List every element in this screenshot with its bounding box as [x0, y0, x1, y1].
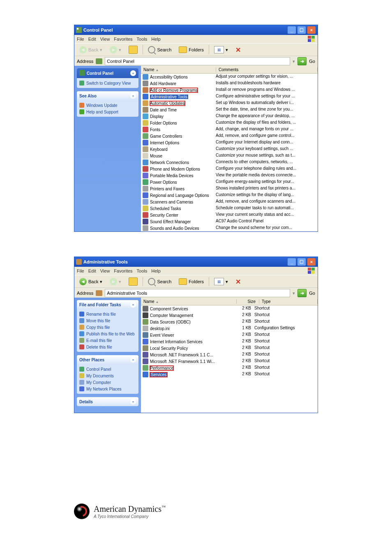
- list-item[interactable]: Add HardwareInstalls and troubleshoots h…: [141, 80, 318, 87]
- list-item[interactable]: Administrative ToolsConfigure administra…: [141, 93, 318, 100]
- list-item[interactable]: Regional and Language OptionsCustomize s…: [141, 192, 318, 199]
- col-name[interactable]: Name ▲: [141, 299, 237, 304]
- menu-file[interactable]: File: [77, 268, 84, 273]
- list-item[interactable]: Internet OptionsConfigure your Internet …: [141, 139, 318, 146]
- menu-help[interactable]: Help: [151, 268, 161, 273]
- go-button[interactable]: ➜: [297, 57, 307, 65]
- folders-button[interactable]: Folders: [176, 46, 206, 54]
- address-dropdown[interactable]: ▾: [293, 59, 295, 64]
- list-item[interactable]: Data Sources (ODBC)2 KBShortcut: [141, 319, 318, 325]
- go-button[interactable]: ➜: [297, 289, 307, 297]
- list-item[interactable]: Folder OptionsCustomize the display of f…: [141, 120, 318, 126]
- list-item[interactable]: Game ControllersAdd, remove, and configu…: [141, 133, 318, 139]
- up-button[interactable]: [126, 45, 140, 55]
- list-rows[interactable]: Component Services2 KBShortcutComputer M…: [141, 305, 318, 413]
- maximize-button[interactable]: ☐: [297, 26, 306, 34]
- list-item[interactable]: Accessibility OptionsAdjust your compute…: [141, 74, 318, 80]
- panel-header[interactable]: Other Places «: [77, 355, 138, 364]
- minimize-button[interactable]: _: [287, 258, 296, 266]
- list-item[interactable]: Add or Remove ProgramsInstall or remove …: [141, 87, 318, 93]
- address-input[interactable]: [105, 57, 290, 65]
- menu-help[interactable]: Help: [151, 37, 161, 42]
- panel-header[interactable]: See Also «: [77, 91, 138, 100]
- list-item[interactable]: Sound Effect ManagerAC97 Audio Control P…: [141, 218, 318, 225]
- minimize-button[interactable]: _: [287, 26, 296, 34]
- list-item[interactable]: Local Security Policy2 KBShortcut: [141, 345, 318, 351]
- delete-button[interactable]: ✕: [233, 277, 243, 287]
- list-item[interactable]: Network ConnectionsConnects to other com…: [141, 159, 318, 166]
- list-item[interactable]: Portable Media DevicesView the portable …: [141, 172, 318, 179]
- switch-category-view-link[interactable]: Switch to Category View: [79, 80, 136, 86]
- address-input[interactable]: [105, 289, 290, 297]
- see-also-link[interactable]: Windows Update: [79, 102, 136, 109]
- task-link[interactable]: E-mail this file: [79, 337, 136, 344]
- menu-edit[interactable]: Edit: [88, 268, 96, 273]
- list-item[interactable]: Phone and Modem OptionsConfigure your te…: [141, 166, 318, 172]
- views-button[interactable]: ▦ ▾: [212, 277, 231, 286]
- titlebar[interactable]: Administrative Tools _ ☐ ×: [74, 257, 318, 267]
- list-item[interactable]: Component Services2 KBShortcut: [141, 305, 318, 312]
- chevron-up-icon[interactable]: «: [130, 302, 136, 307]
- list-item[interactable]: Microsoft .NET Framework 1.1 C...2 KBSho…: [141, 351, 318, 358]
- see-also-link[interactable]: Help and Support: [79, 109, 136, 115]
- list-item[interactable]: Printers and FaxesShows installed printe…: [141, 185, 318, 192]
- menu-edit[interactable]: Edit: [88, 37, 96, 42]
- list-item[interactable]: DisplayChange the appearance of your des…: [141, 113, 318, 120]
- task-link[interactable]: Delete this file: [79, 344, 136, 350]
- panel-header[interactable]: Details »: [77, 397, 138, 406]
- menu-tools[interactable]: Tools: [137, 37, 148, 42]
- menu-view[interactable]: View: [100, 268, 110, 273]
- list-item[interactable]: Power OptionsConfigure energy-saving set…: [141, 179, 318, 185]
- back-button[interactable]: ◄ Back ▾: [77, 45, 105, 54]
- menu-favorites[interactable]: Favorites: [114, 37, 132, 42]
- list-item[interactable]: Internet Information Services2 KBShortcu…: [141, 338, 318, 345]
- delete-button[interactable]: ✕: [233, 45, 243, 55]
- search-button[interactable]: Search: [145, 277, 174, 286]
- views-button[interactable]: ▦ ▾: [212, 45, 231, 54]
- titlebar[interactable]: Control Panel _ ☐ ×: [74, 25, 318, 35]
- col-name[interactable]: Name ▲: [141, 67, 216, 72]
- close-button[interactable]: ×: [307, 26, 316, 34]
- menu-tools[interactable]: Tools: [137, 268, 148, 273]
- chevron-up-icon[interactable]: «: [130, 70, 136, 76]
- forward-button[interactable]: ► ▾: [107, 277, 124, 286]
- back-button[interactable]: ◄ Back ▾: [77, 277, 105, 286]
- task-link[interactable]: Move this file: [79, 317, 136, 324]
- list-item[interactable]: KeyboardCustomize your keyboard settings…: [141, 146, 318, 153]
- list-item[interactable]: FontsAdd, change, and manage fonts on yo…: [141, 126, 318, 133]
- menu-view[interactable]: View: [100, 37, 110, 42]
- list-item[interactable]: desktop.ini1 KBConfiguration Settings: [141, 325, 318, 332]
- other-place-link[interactable]: My Computer: [79, 379, 136, 386]
- task-link[interactable]: Publish this file to the Web: [79, 331, 136, 337]
- other-place-link[interactable]: My Network Places: [79, 386, 136, 392]
- menu-file[interactable]: File: [77, 37, 84, 42]
- list-item[interactable]: Event Viewer2 KBShortcut: [141, 332, 318, 338]
- other-place-link[interactable]: My Documents: [79, 372, 136, 379]
- address-dropdown[interactable]: ▾: [293, 291, 295, 296]
- list-item[interactable]: Scanners and CamerasAdd, remove, and con…: [141, 199, 318, 205]
- close-button[interactable]: ×: [307, 258, 316, 266]
- list-item[interactable]: Date and TimeSet the date, time, and tim…: [141, 106, 318, 113]
- list-item[interactable]: Automatic UpdatesSet up Windows to autom…: [141, 100, 318, 106]
- list-rows[interactable]: Accessibility OptionsAdjust your compute…: [141, 74, 318, 231]
- panel-header[interactable]: File and Folder Tasks «: [77, 300, 138, 309]
- list-item[interactable]: Microsoft .NET Framework 1.1 Wi...2 KBSh…: [141, 358, 318, 365]
- task-link[interactable]: Copy this file: [79, 324, 136, 331]
- up-button[interactable]: [126, 277, 140, 287]
- search-button[interactable]: Search: [145, 45, 174, 54]
- list-item[interactable]: Services2 KBShortcut: [141, 371, 318, 378]
- forward-button[interactable]: ► ▾: [107, 45, 124, 54]
- list-item[interactable]: Scheduled TasksSchedule computer tasks t…: [141, 205, 318, 212]
- task-link[interactable]: Rename this file: [79, 311, 136, 317]
- chevron-up-icon[interactable]: «: [130, 93, 136, 99]
- col-comments[interactable]: Comments: [216, 67, 318, 72]
- other-place-link[interactable]: Control Panel: [79, 366, 136, 372]
- chevron-down-icon[interactable]: »: [130, 399, 136, 404]
- list-item[interactable]: Performance2 KBShortcut: [141, 365, 318, 371]
- chevron-up-icon[interactable]: «: [130, 357, 136, 363]
- list-item[interactable]: Computer Management2 KBShortcut: [141, 312, 318, 319]
- menu-favorites[interactable]: Favorites: [114, 268, 132, 273]
- maximize-button[interactable]: ☐: [297, 258, 306, 266]
- col-size[interactable]: Size: [237, 299, 259, 304]
- list-item[interactable]: Security CenterView your current securit…: [141, 212, 318, 218]
